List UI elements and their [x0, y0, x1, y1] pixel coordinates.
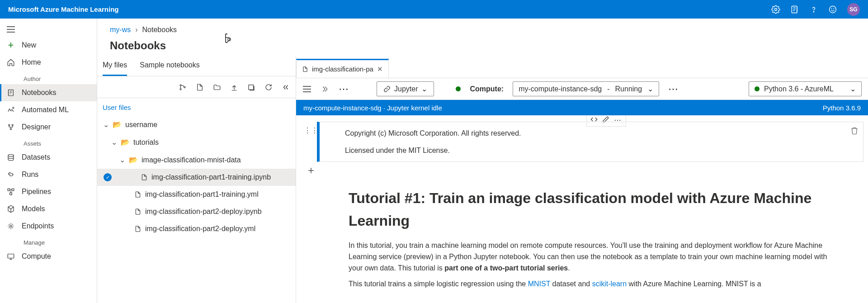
svg-point-3 — [830, 6, 836, 13]
product-title: Microsoft Azure Machine Learning — [8, 5, 118, 13]
models-icon — [6, 204, 15, 213]
svg-point-5 — [834, 8, 834, 9]
svg-point-15 — [10, 225, 12, 227]
tree-file-3[interactable]: img-classification-part2-deploy.yml — [97, 220, 296, 237]
tree-file-2[interactable]: img-classification-part2-deploy.ipynb — [97, 203, 296, 220]
tab-my-files[interactable]: My files — [103, 57, 127, 76]
notebook-cell[interactable]: ⋯ ⋮⋮ Copyright (c) Microsoft Corporation… — [305, 122, 863, 162]
tree-header[interactable]: User files — [97, 98, 296, 114]
more-icon[interactable]: ⋯ — [668, 83, 679, 95]
feedback-icon[interactable] — [828, 5, 837, 14]
folder-icon: 📂 — [121, 138, 130, 147]
avatar[interactable]: SG — [847, 3, 860, 16]
git-icon[interactable] — [178, 83, 187, 92]
nav-new[interactable]: + New — [0, 37, 97, 54]
svg-rect-6 — [9, 90, 14, 96]
file-icon — [134, 191, 142, 198]
run-all-icon[interactable] — [321, 85, 330, 93]
cell-content[interactable]: Copyright (c) Microsoft Corporation. All… — [317, 122, 863, 162]
editor-tabs: img-classification-pa ✕ — [296, 57, 868, 78]
nav-notebooks[interactable]: Notebooks — [0, 84, 97, 101]
more-icon[interactable]: ⋯ — [339, 83, 349, 95]
nav-runs[interactable]: Runs — [0, 166, 97, 183]
breadcrumb-current: Notebooks — [142, 26, 177, 34]
editor-tab-active[interactable]: img-classification-pa ✕ — [296, 59, 389, 78]
new-folder-icon[interactable] — [212, 83, 222, 92]
editor-panel: img-classification-pa ✕ ⋯ Jupyter ⌄ — [296, 57, 868, 303]
new-file-icon[interactable] — [195, 83, 204, 92]
nav-pipelines-label: Pipelines — [22, 188, 51, 196]
svg-point-9 — [12, 124, 13, 126]
upload-icon[interactable] — [230, 83, 239, 92]
status-left: my-compute-instance-sdg · Jupyter kernel… — [303, 104, 442, 112]
compute-select[interactable]: my-compute-instance-sdg - Running ⌄ — [513, 81, 659, 96]
add-tab-icon[interactable] — [247, 83, 256, 92]
svg-rect-1 — [792, 6, 797, 13]
jupyter-button[interactable]: Jupyter ⌄ — [377, 81, 434, 96]
status-dot-icon — [456, 86, 461, 91]
nav-section-author: Author — [0, 71, 97, 84]
breadcrumb-workspace[interactable]: my-ws — [110, 26, 131, 34]
link-scikit[interactable]: scikit-learn — [592, 280, 627, 288]
collapse-icon[interactable] — [281, 83, 290, 92]
nav-models[interactable]: Models — [0, 200, 97, 218]
breadcrumb: my-ws › Notebooks — [97, 19, 868, 38]
file-icon — [302, 66, 308, 72]
add-cell-button[interactable]: + — [305, 165, 317, 176]
refresh-icon[interactable] — [264, 83, 273, 92]
endpoints-icon — [6, 222, 15, 231]
chevron-down-icon: ⌄ — [421, 85, 427, 93]
tree-label: tutorials — [133, 138, 159, 147]
notebook-paragraph: In this tutorial, you train a machine le… — [349, 240, 838, 274]
home-icon — [6, 58, 15, 67]
notes-icon[interactable] — [790, 5, 799, 14]
trash-icon[interactable] — [850, 127, 859, 135]
nav-automl-label: Automated ML — [22, 106, 69, 114]
tree-file-0[interactable]: ✓ img-classification-part1-training.ipyn… — [97, 169, 296, 186]
svg-point-17 — [180, 85, 181, 86]
pipelines-icon — [6, 187, 15, 196]
markdown-cell[interactable]: Tutorial #1: Train an image classificati… — [305, 176, 863, 298]
nav-automl[interactable]: Automated ML — [0, 101, 97, 118]
tree-file-1[interactable]: img-classification-part1-training.yml — [97, 186, 296, 203]
nav-pipelines[interactable]: Pipelines — [0, 183, 97, 200]
file-tree: ⌄ 📂 username ⌄ 📂 tutorials ⌄ 📂 image-cla… — [97, 114, 296, 239]
nav-datasets[interactable]: Datasets — [0, 149, 97, 166]
drag-handle-icon[interactable]: ⋮⋮ — [305, 122, 317, 162]
link-mnist[interactable]: MNIST — [528, 280, 550, 288]
editor-tab-label: img-classification-pa — [312, 65, 373, 73]
svg-rect-20 — [249, 85, 254, 90]
nav-designer[interactable]: Designer — [0, 118, 97, 136]
folder-icon: 📂 — [129, 156, 138, 164]
notebook-icon — [6, 88, 15, 97]
tree-folder-user[interactable]: ⌄ 📂 username — [97, 116, 296, 133]
tab-sample-notebooks[interactable]: Sample notebooks — [140, 57, 200, 76]
kernel-select[interactable]: Python 3.6 - AzureML ⌄ — [749, 81, 862, 96]
svg-point-7 — [13, 107, 14, 109]
notebook-paragraph: This tutorial trains a simple logistic r… — [349, 279, 838, 290]
nav-designer-label: Designer — [22, 123, 51, 131]
svg-point-4 — [831, 8, 832, 9]
svg-point-0 — [775, 8, 777, 10]
menu-icon[interactable] — [302, 85, 311, 93]
help-icon[interactable] — [809, 5, 818, 14]
nav-compute[interactable]: Compute — [0, 248, 97, 265]
tree-folder-mnist[interactable]: ⌄ 📂 image-classification-mnist-data — [97, 151, 296, 169]
close-icon[interactable]: ✕ — [377, 65, 383, 73]
tree-label: img-classification-part2-deploy.yml — [145, 225, 255, 233]
chevron-down-icon: ⌄ — [647, 85, 653, 93]
settings-icon[interactable] — [771, 5, 780, 14]
nav-endpoints[interactable]: Endpoints — [0, 218, 97, 235]
page-title: Notebooks — [97, 38, 868, 57]
left-nav: + New Home Author Notebooks Automated ML… — [0, 19, 97, 303]
hamburger-icon[interactable] — [0, 22, 97, 37]
chevron-right-icon: › — [135, 26, 137, 34]
tree-folder-tutorials[interactable]: ⌄ 📂 tutorials — [97, 133, 296, 151]
nav-home[interactable]: Home — [0, 54, 97, 71]
check-icon: ✓ — [104, 173, 112, 181]
notebook-body[interactable]: ⋯ ⋮⋮ Copyright (c) Microsoft Corporation… — [296, 115, 868, 303]
runs-icon — [6, 170, 15, 179]
nav-datasets-label: Datasets — [22, 153, 50, 161]
folder-icon: 📂 — [113, 120, 122, 129]
compute-label: Compute: — [470, 85, 504, 93]
